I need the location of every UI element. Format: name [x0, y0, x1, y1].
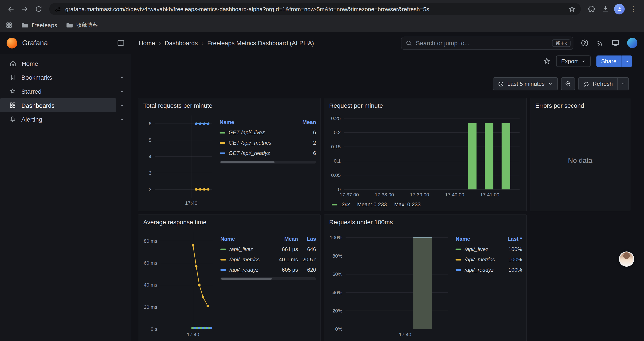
bookmark-folder-freeleaps[interactable]: Freeleaps: [21, 22, 57, 29]
back-button[interactable]: [4, 3, 17, 16]
grafana-logo[interactable]: [6, 38, 17, 48]
forward-button[interactable]: [18, 3, 31, 16]
chevron-down-icon[interactable]: [116, 72, 128, 83]
sidebar-item-dashboards[interactable]: Dashboards: [0, 98, 130, 112]
panel-title[interactable]: Request per minute: [324, 98, 526, 112]
legend[interactable]: 2xxMean: 0.233Max: 0.233: [328, 199, 522, 207]
chart-svg: 80 ms60 ms40 ms20 ms0 s17:40: [142, 229, 216, 339]
help-icon[interactable]: [581, 39, 589, 47]
bookmark-icon: [10, 74, 16, 81]
legend-col-header[interactable]: Name: [220, 236, 272, 242]
scrollbar-thumb[interactable]: [221, 278, 272, 280]
legend-col-header[interactable]: Mean: [272, 236, 298, 242]
legend-col-header[interactable]: Las: [298, 236, 316, 242]
svg-text:17:37:00: 17:37:00: [340, 192, 358, 197]
zoom-out-button[interactable]: [561, 77, 575, 90]
site-settings-icon[interactable]: [54, 6, 61, 13]
assistant-avatar-float[interactable]: [619, 251, 634, 267]
legend-col-header[interactable]: Name: [220, 119, 292, 125]
monitor-icon[interactable]: [612, 39, 620, 47]
breadcrumb-home[interactable]: Home: [139, 40, 155, 47]
chevron-down-icon[interactable]: [116, 85, 128, 97]
chevron-down-icon[interactable]: [116, 113, 128, 125]
reload-button[interactable]: [32, 3, 45, 16]
legend-row[interactable]: GET /api/_livez6: [220, 127, 316, 138]
legend-value: 100%: [496, 256, 522, 262]
sidebar-item-home[interactable]: Home: [0, 56, 130, 71]
panel-title[interactable]: Errors per second: [530, 98, 630, 112]
legend-row[interactable]: /api/_livez661 µs646: [220, 244, 316, 254]
panel-requests-under-100ms: Requests under 100ms 100%80%60%40%20%0%1…: [324, 214, 526, 341]
legend-series-name[interactable]: GET /api/_livez: [228, 129, 265, 136]
average-response-time-chart[interactable]: 80 ms60 ms40 ms20 ms0 s17:40: [142, 229, 216, 339]
requests-under-100ms-chart[interactable]: 100%80%60%40%20%0%17:40: [328, 229, 452, 339]
search-shortcut: ⌘+k: [552, 39, 570, 47]
downloads-icon[interactable]: [599, 3, 612, 16]
share-menu-chevron[interactable]: [622, 56, 632, 67]
browser-profile-avatar[interactable]: [614, 4, 625, 15]
sidebar-item-starred[interactable]: Starred: [0, 84, 130, 98]
legend-series-name[interactable]: GET /api/_metrics: [228, 140, 271, 146]
export-button[interactable]: Export: [556, 56, 590, 67]
legend-series-name[interactable]: /api/_livez: [230, 246, 253, 252]
legend-row[interactable]: /api/_metrics40.1 ms20.5 r: [220, 254, 316, 265]
refresh-interval-chevron[interactable]: [618, 77, 629, 90]
series-color-dash: [456, 259, 461, 260]
legend-row[interactable]: /api/_livez100%: [456, 244, 522, 254]
legend-series-name[interactable]: GET /api/_readyz: [228, 150, 270, 156]
legend-col-header[interactable]: Last *: [496, 236, 522, 242]
apps-grid-icon[interactable]: [6, 22, 12, 28]
total-requests-chart[interactable]: 6543217:40: [142, 112, 216, 207]
legend-col-header[interactable]: Mean: [291, 119, 316, 125]
bookmark-star-icon[interactable]: [565, 3, 578, 16]
svg-text:0.1: 0.1: [334, 158, 341, 164]
legend-col-header[interactable]: Name: [456, 236, 496, 242]
scrollbar-thumb[interactable]: [220, 161, 274, 163]
legend-series-name[interactable]: /api/_readyz: [465, 267, 494, 273]
series-color-dash: [456, 248, 461, 250]
legend-series-name[interactable]: /api/_livez: [465, 246, 488, 252]
legend-scrollbar[interactable]: [220, 277, 316, 280]
panel-title[interactable]: Requests under 100ms: [324, 215, 526, 229]
request-per-minute-chart[interactable]: 0.250.20.150.10.05017:37:0017:38:0017:39…: [328, 112, 523, 199]
time-controls: Last 5 minutes Refresh: [493, 77, 629, 90]
favorite-star-icon[interactable]: [543, 58, 550, 65]
bookmark-folder-blogs[interactable]: 收藏博客: [66, 21, 98, 29]
legend-value: 100%: [496, 267, 522, 273]
legend-scrollbar[interactable]: [220, 161, 316, 163]
svg-text:17:40: 17:40: [185, 200, 197, 206]
sidebar-toggle-icon[interactable]: [117, 39, 125, 47]
user-avatar[interactable]: [627, 38, 638, 48]
grafana-header: Grafana Home › Dashboards › Freeleaps Me…: [0, 32, 644, 54]
legend-row[interactable]: /api/_readyz605 µs620: [220, 265, 316, 275]
panel-title[interactable]: Total requests per minute: [138, 98, 320, 112]
panel-title[interactable]: Average response time: [138, 215, 320, 229]
refresh-label: Refresh: [593, 81, 613, 87]
legend-header: NameMean: [220, 117, 316, 128]
sidebar-item-bookmarks[interactable]: Bookmarks: [0, 70, 130, 84]
time-range-picker[interactable]: Last 5 minutes: [493, 77, 558, 90]
search-input[interactable]: Search or jump to... ⌘+k: [401, 37, 573, 50]
browser-menu-icon[interactable]: ⋮: [627, 3, 640, 16]
extensions-icon[interactable]: [585, 3, 598, 16]
legend-row[interactable]: /api/_readyz100%: [456, 265, 522, 275]
sidebar-item-alerting[interactable]: Alerting: [0, 112, 130, 126]
folder-icon: [66, 22, 73, 29]
header-icons: [574, 38, 644, 48]
chevron-down-icon[interactable]: [116, 99, 128, 111]
breadcrumb-dashboards[interactable]: Dashboards: [164, 40, 198, 47]
legend-series-name[interactable]: /api/_metrics: [465, 256, 495, 262]
legend-row[interactable]: /api/_metrics100%: [456, 254, 522, 265]
dashboard-actions: Export Share: [543, 56, 632, 67]
legend-row[interactable]: GET /api/_readyz6: [220, 148, 316, 158]
share-button[interactable]: Share: [596, 56, 622, 67]
legend-series-name[interactable]: 2xx: [342, 201, 350, 208]
news-rss-icon[interactable]: [596, 39, 604, 47]
url-bar[interactable]: grafana.mathmast.com/d/deytv4rwavabkb/fr…: [49, 3, 581, 15]
legend-series-name[interactable]: /api/_metrics: [230, 256, 260, 262]
refresh-button[interactable]: Refresh: [578, 77, 618, 90]
breadcrumb: Home › Dashboards › Freeleaps Metrics Da…: [139, 40, 314, 47]
legend-row[interactable]: GET /api/_metrics2: [220, 138, 316, 148]
dashboards-grid-icon: [10, 102, 16, 108]
legend-series-name[interactable]: /api/_readyz: [230, 267, 259, 273]
